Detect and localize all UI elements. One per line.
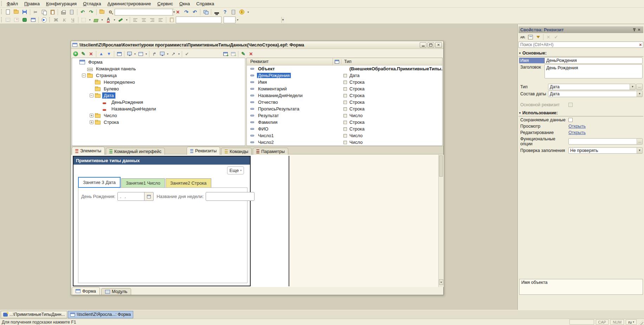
find-next-button[interactable]: ↷ bbox=[182, 8, 191, 16]
open-form-module-button[interactable] bbox=[115, 50, 123, 57]
toolbar-grip[interactable] bbox=[49, 17, 51, 23]
edit-open-link[interactable]: Открыть bbox=[568, 130, 586, 135]
editor-tab[interactable]: Модуль bbox=[101, 288, 131, 295]
expander-icon[interactable] bbox=[90, 120, 94, 124]
clear-search-button[interactable]: ✕ bbox=[174, 8, 182, 16]
attribute-row[interactable]: ФИО Строка bbox=[247, 126, 442, 132]
add-attribute-button[interactable] bbox=[221, 50, 229, 57]
attribute-row[interactable]: НазваниеДняНедели Строка bbox=[247, 92, 442, 99]
find-button[interactable] bbox=[106, 8, 115, 16]
tree-item[interactable]: Форма bbox=[72, 59, 245, 65]
global-search-button[interactable] bbox=[98, 8, 106, 16]
filter-properties-button[interactable] bbox=[534, 34, 542, 41]
expander-icon[interactable] bbox=[90, 94, 94, 97]
tree-item[interactable]: Страница bbox=[72, 72, 245, 79]
copy-button[interactable] bbox=[40, 8, 48, 16]
property-funcopt-input[interactable]: ... bbox=[568, 138, 643, 145]
canvas-divider[interactable] bbox=[289, 156, 289, 286]
move-up-button[interactable]: ▲ bbox=[97, 50, 105, 57]
panel-tab[interactable]: Элементы bbox=[72, 147, 105, 155]
form-page-tab[interactable]: Занятие2 Строка bbox=[166, 178, 211, 188]
date-input[interactable]: . . bbox=[117, 192, 144, 201]
preview-mode-dropdown[interactable]: ▾ bbox=[133, 50, 137, 58]
expander-icon[interactable] bbox=[90, 114, 94, 117]
attribute-row[interactable]: Отчество Строка bbox=[247, 99, 442, 106]
tree-item[interactable]: Булево bbox=[72, 85, 245, 92]
combo-arrow-icon[interactable]: ▼ bbox=[637, 91, 642, 97]
align-right-button[interactable] bbox=[148, 16, 156, 24]
language-indicator[interactable]: ru▾ bbox=[626, 319, 637, 325]
print-preview-button[interactable] bbox=[67, 8, 76, 16]
taskbar-window-button[interactable]: \\tsclient\Z\Яросла...: Форма bbox=[68, 311, 133, 318]
scale-form-button[interactable] bbox=[158, 50, 166, 57]
more-button[interactable]: Еще ▾ bbox=[227, 166, 244, 174]
font-color-button[interactable]: А bbox=[104, 16, 112, 24]
property-label-funcopt[interactable]: Функциональные опции bbox=[519, 136, 568, 147]
panel-tab[interactable]: Реквизиты bbox=[187, 147, 220, 155]
attribute-row[interactable]: ДеньРождения Дата bbox=[247, 72, 442, 79]
attribute-row[interactable]: Результат Число bbox=[247, 112, 442, 119]
check-form-button[interactable]: ✔ bbox=[183, 50, 191, 57]
panel-tab[interactable]: Параметры bbox=[253, 148, 288, 155]
toolbar2-overflow-button[interactable]: ▾ bbox=[236, 16, 240, 24]
close-button[interactable]: ✕ bbox=[435, 42, 442, 48]
combo-arrow-icon[interactable]: ▼ bbox=[630, 84, 635, 90]
menu-item[interactable]: Файл bbox=[4, 0, 21, 8]
property-type-combo[interactable]: Дата ▼ bbox=[548, 84, 636, 90]
save-button[interactable] bbox=[20, 8, 29, 16]
section-main[interactable]: ▼Основные: bbox=[519, 51, 643, 57]
cut-button[interactable]: ✂ bbox=[31, 8, 40, 16]
property-label-datepart[interactable]: Состав даты bbox=[519, 91, 548, 97]
tree-item[interactable]: Число bbox=[72, 112, 245, 119]
help-contents-button[interactable] bbox=[229, 8, 238, 16]
property-fillcheck-combo[interactable]: Не проверять ▼ bbox=[568, 147, 643, 154]
property-label-name[interactable]: Имя bbox=[519, 58, 545, 63]
add-tabular-section-button[interactable] bbox=[229, 50, 237, 57]
align-justify-button[interactable] bbox=[156, 16, 165, 24]
attribute-row[interactable]: ПрописьРезультата Строка bbox=[247, 106, 442, 112]
bold-button[interactable]: Ж bbox=[52, 16, 60, 24]
tree-item[interactable]: НазваниеДняНедели bbox=[72, 106, 245, 112]
window-view-button[interactable] bbox=[29, 16, 37, 24]
align-left-button[interactable] bbox=[131, 16, 140, 24]
fill-color-button[interactable] bbox=[92, 16, 100, 24]
search-input[interactable] bbox=[115, 9, 172, 15]
scroll-down-button[interactable]: ▼ bbox=[439, 279, 443, 285]
menu-item[interactable]: Конфигурация bbox=[43, 0, 80, 8]
context-help-button[interactable]: ? bbox=[221, 8, 229, 16]
category-view-button[interactable] bbox=[527, 34, 534, 41]
window-title-bar[interactable]: \\tsclient\Z\Ярослав\Контент\уроки прогр… bbox=[71, 41, 443, 49]
tree-item[interactable]: ДеньРождения bbox=[72, 99, 245, 106]
property-label-type[interactable]: Тип bbox=[519, 84, 548, 90]
attribute-row[interactable]: Комментарий Строка bbox=[247, 85, 442, 92]
form-page-tab[interactable]: Занятие 3 Дата bbox=[78, 177, 121, 188]
undo-button[interactable]: ↶ bbox=[78, 8, 87, 16]
maximize-button[interactable] bbox=[427, 42, 434, 48]
taskbar-window-button[interactable]: ...\ПримитивныеТипыДанн... bbox=[1, 311, 67, 318]
apply-property-button[interactable]: ✔ bbox=[552, 34, 560, 41]
database-button[interactable] bbox=[20, 16, 29, 24]
move-down-button[interactable]: ▼ bbox=[105, 50, 113, 57]
edit-element-button[interactable]: ✎ bbox=[79, 50, 87, 57]
scale-form-dropdown[interactable]: ▾ bbox=[166, 50, 169, 58]
properties-search-input[interactable] bbox=[519, 42, 638, 47]
menu-item[interactable]: Сервис bbox=[154, 0, 176, 8]
pin-panel-button[interactable] bbox=[632, 27, 637, 32]
toolbar-grip[interactable] bbox=[1, 17, 2, 23]
delete-element-button[interactable]: ✕ bbox=[87, 50, 95, 57]
delete-attribute-button[interactable]: ✕ bbox=[247, 50, 255, 57]
column-header-attribute[interactable]: Реквизит bbox=[247, 59, 333, 64]
column-header-type[interactable]: Тип bbox=[341, 59, 442, 64]
weekday-input[interactable] bbox=[206, 192, 255, 201]
property-label-caption[interactable]: Заголовок bbox=[519, 64, 545, 70]
property-label-edit[interactable]: Редактирование bbox=[519, 130, 568, 135]
calendar-button[interactable] bbox=[144, 192, 154, 201]
attribute-row[interactable]: Объект (ВнешняяОбработка.ПримитивныеТипы… bbox=[247, 65, 442, 72]
reorder-button[interactable]: ↱ bbox=[150, 50, 158, 57]
windows-list-button[interactable] bbox=[201, 8, 210, 16]
open-button[interactable] bbox=[12, 8, 20, 16]
panel-tab[interactable]: Команды bbox=[221, 148, 252, 155]
align-center-button[interactable] bbox=[140, 16, 148, 24]
underline-button[interactable]: Ч bbox=[69, 16, 77, 24]
resize-grip[interactable] bbox=[638, 320, 643, 325]
